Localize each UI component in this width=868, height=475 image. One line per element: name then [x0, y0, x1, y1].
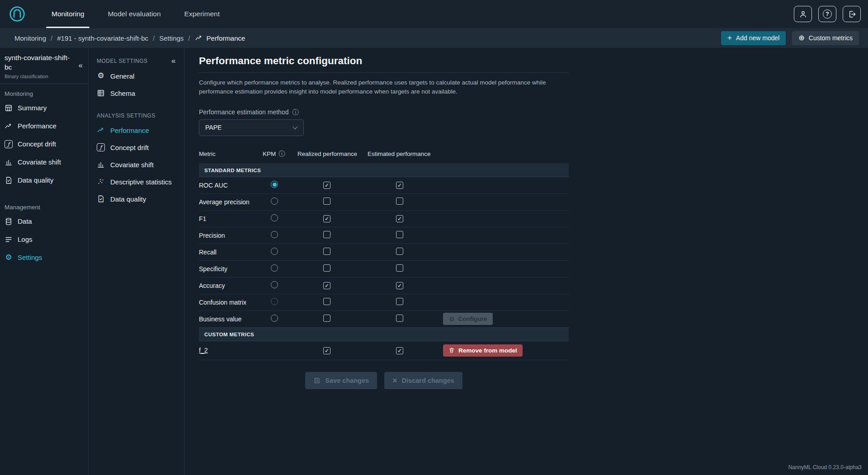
- gear-icon: ⚙: [5, 254, 13, 262]
- custom-metrics-button[interactable]: ⊕ Custom metrics: [792, 31, 859, 45]
- gear-icon: ⚙: [97, 72, 105, 80]
- model-header: synth-covariate-shift-bc Binary classifi…: [0, 48, 88, 84]
- sidebar-item-label: Data quality: [18, 176, 53, 184]
- table-row: Recall: [199, 244, 569, 261]
- kpm-radio[interactable]: [271, 264, 278, 272]
- menu-item-descriptive-statistics[interactable]: Descriptive statistics: [89, 173, 184, 190]
- configure-button[interactable]: ⚙Configure: [443, 313, 493, 325]
- info-icon[interactable]: ⓘ: [278, 150, 285, 157]
- breadcrumb-actions: + Add new model ⊕ Custom metrics: [721, 31, 859, 45]
- add-new-model-button[interactable]: + Add new model: [721, 31, 786, 45]
- realized-checkbox[interactable]: [323, 298, 330, 305]
- metric-name: f_2: [199, 347, 263, 354]
- menu-item-performance[interactable]: Performance: [89, 122, 184, 139]
- realized-checkbox[interactable]: [323, 182, 330, 189]
- kpm-radio[interactable]: [271, 214, 278, 221]
- realized-checkbox[interactable]: [323, 282, 330, 289]
- table-row: Business value⚙Configure: [199, 311, 569, 328]
- metric-name: Precision: [199, 232, 263, 239]
- kpm-radio[interactable]: [271, 315, 278, 322]
- person-icon: [799, 10, 807, 19]
- tab-experiment[interactable]: Experiment: [173, 0, 231, 28]
- sidebar-item-covariate-shift[interactable]: Covariate shift: [0, 153, 88, 171]
- sidebar-item-data-quality[interactable]: Data quality: [0, 171, 88, 189]
- breadcrumb-monitoring[interactable]: Monitoring: [14, 34, 46, 42]
- kpm-radio[interactable]: [271, 281, 278, 288]
- table-icon: [97, 89, 105, 97]
- realized-checkbox[interactable]: [323, 347, 330, 354]
- estimated-checkbox[interactable]: [396, 347, 403, 354]
- breadcrumb-settings[interactable]: Settings: [159, 34, 184, 42]
- breadcrumb-model[interactable]: #191 - synth-covariate-shift-bc: [57, 34, 148, 42]
- estimated-checkbox[interactable]: [396, 248, 403, 255]
- sidebar-item-concept-drift[interactable]: ƒ Concept drift: [0, 135, 88, 153]
- save-changes-button[interactable]: Save changes: [305, 372, 377, 389]
- realized-checkbox[interactable]: [323, 198, 330, 205]
- realized-checkbox[interactable]: [323, 315, 330, 322]
- metric-name: ROC AUC: [199, 182, 263, 189]
- sidebar-item-performance[interactable]: Performance: [0, 117, 88, 135]
- sidebar-item-settings[interactable]: ⚙ Settings: [0, 249, 88, 267]
- table-row: Confusion matrix: [199, 294, 569, 311]
- discard-changes-button[interactable]: × Discard changes: [384, 372, 462, 389]
- menu-item-concept-drift[interactable]: ƒ Concept drift: [89, 139, 184, 156]
- estimated-checkbox[interactable]: [396, 182, 403, 189]
- table-row: Accuracy: [199, 277, 569, 294]
- plus-icon: +: [727, 34, 732, 42]
- collapse-menu-icon[interactable]: «: [171, 57, 176, 65]
- info-icon[interactable]: ⓘ: [292, 109, 298, 115]
- custom-metric-link[interactable]: f_2: [199, 347, 208, 354]
- menu-item-covariate-shift[interactable]: Covariate shift: [89, 156, 184, 173]
- realized-checkbox[interactable]: [323, 215, 330, 222]
- kpm-radio[interactable]: [271, 298, 278, 305]
- scatter-plot-icon: [97, 178, 105, 186]
- menu-item-label: Descriptive statistics: [110, 178, 172, 186]
- column-header-realized: Realized performance: [297, 150, 368, 157]
- realized-checkbox[interactable]: [323, 264, 330, 272]
- estimated-checkbox[interactable]: [396, 315, 403, 322]
- sidebar-item-data[interactable]: Data: [0, 212, 88, 230]
- breadcrumb: Monitoring / #191 - synth-covariate-shif…: [14, 34, 245, 42]
- tab-model-evaluation-label: Model evaluation: [108, 10, 160, 18]
- estimated-checkbox[interactable]: [396, 198, 403, 205]
- kpm-radio[interactable]: [271, 248, 278, 255]
- estimated-checkbox[interactable]: [396, 215, 403, 222]
- menu-item-label: Covariate shift: [110, 161, 154, 169]
- custom-metrics-label: Custom metrics: [809, 34, 853, 42]
- app-body: synth-covariate-shift-bc Binary classifi…: [0, 48, 868, 475]
- column-header-kpm: KPM ⓘ: [263, 150, 297, 157]
- estimated-checkbox[interactable]: [396, 231, 403, 238]
- realized-checkbox[interactable]: [323, 248, 330, 255]
- menu-item-data-quality[interactable]: Data quality: [89, 190, 184, 207]
- sidebar-item-label: Settings: [18, 254, 42, 261]
- estimation-method-select[interactable]: PAPE: [199, 119, 304, 136]
- menu-item-label: General: [110, 72, 134, 80]
- tab-monitoring[interactable]: Monitoring: [40, 0, 96, 28]
- sidebar-item-label: Data: [18, 217, 32, 225]
- estimated-checkbox[interactable]: [396, 264, 403, 272]
- kpm-radio[interactable]: [271, 231, 278, 238]
- estimated-checkbox[interactable]: [396, 282, 403, 289]
- save-changes-label: Save changes: [325, 377, 369, 384]
- remove-from-model-button[interactable]: Remove from model: [443, 344, 523, 357]
- metric-name: F1: [199, 215, 263, 222]
- sidebar-item-logs[interactable]: Logs: [0, 230, 88, 249]
- function-icon: ƒ: [97, 143, 105, 151]
- page-title: Performance metric configuration: [199, 55, 569, 73]
- breadcrumb-bar: Monitoring / #191 - synth-covariate-shif…: [0, 28, 868, 48]
- collapse-sidebar-icon[interactable]: «: [79, 61, 83, 69]
- tab-model-evaluation[interactable]: Model evaluation: [96, 0, 172, 28]
- help-button[interactable]: ?: [818, 6, 836, 22]
- kpm-radio[interactable]: [271, 181, 278, 188]
- estimated-checkbox[interactable]: [396, 298, 403, 305]
- main-content: Performance metric configuration Configu…: [184, 48, 868, 475]
- menu-item-general[interactable]: ⚙ General: [89, 67, 184, 85]
- realized-checkbox[interactable]: [323, 231, 330, 238]
- nannyml-logo[interactable]: [7, 0, 27, 28]
- kpm-radio[interactable]: [271, 198, 278, 205]
- account-button[interactable]: [794, 6, 812, 22]
- menu-item-schema[interactable]: Schema: [89, 85, 184, 102]
- logout-button[interactable]: [843, 6, 861, 22]
- menu-item-label: Schema: [110, 89, 135, 97]
- sidebar-item-summary[interactable]: Summary: [0, 99, 88, 117]
